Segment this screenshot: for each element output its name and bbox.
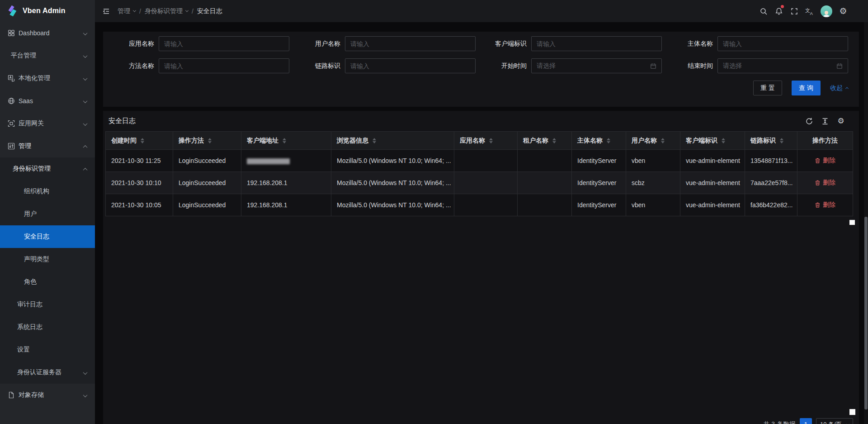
method-name-input[interactable] (159, 58, 289, 73)
security-log-card: 安全日志 ⚙ 创建时间 (103, 111, 859, 424)
client-id-input[interactable] (531, 36, 662, 51)
calendar-icon (836, 63, 843, 69)
settings-gear-icon[interactable]: ⚙ (835, 0, 851, 22)
sort-icon[interactable] (722, 138, 725, 143)
page-size-select[interactable]: 10 条/页 (816, 418, 853, 424)
delete-button[interactable]: 删除 (815, 201, 835, 209)
sidebar-item-platform-management[interactable]: 平台管理 (0, 44, 95, 67)
trash-icon (815, 180, 821, 186)
svg-text:A: A (810, 11, 813, 15)
field-subject-name: 主体名称 (662, 36, 848, 51)
col-subject-name[interactable]: 主体名称 (572, 132, 626, 150)
delete-button[interactable]: 删除 (815, 179, 835, 187)
app-name-input[interactable] (159, 36, 289, 51)
sidebar-item-security-log[interactable]: 安全日志 (0, 225, 95, 248)
calendar-icon (650, 63, 656, 69)
main-content: 应用名称 用户名称 客户端标识 主体名称 方法名称 链路标识 (95, 22, 868, 424)
sort-icon[interactable] (208, 138, 212, 143)
sidebar-item-audit-log[interactable]: 审计日志 (0, 293, 95, 316)
sidebar-item-organization[interactable]: 组织机构 (0, 180, 95, 203)
sidebar-item-identity-server[interactable]: 身份认证服务器 (0, 361, 95, 384)
sidebar-item-roles[interactable]: 角色 (0, 271, 95, 293)
dashboard-grid-icon (8, 29, 15, 37)
locale-translate-icon[interactable]: 文A (802, 0, 817, 22)
col-method[interactable]: 操作方法 (173, 132, 241, 150)
search-icon[interactable] (756, 0, 771, 22)
breadcrumb-item-management[interactable]: 管理 (118, 7, 136, 15)
col-browser[interactable]: 浏览器信息 (331, 132, 454, 150)
table-header-row: 创建时间 操作方法 客户端地址 浏览器信息 应用名称 租户名称 主体名称 用户名… (106, 132, 853, 150)
pagination-page-1[interactable]: 1 (800, 418, 812, 424)
row-height-icon[interactable] (821, 117, 830, 126)
filter-buttons: 重 置 查 询 收起 (103, 81, 848, 95)
col-app-name[interactable]: 应用名称 (454, 132, 518, 150)
sort-icon[interactable] (552, 138, 556, 143)
sort-icon[interactable] (141, 138, 144, 143)
sidebar-item-localization[interactable]: 本地化管理 (0, 67, 95, 90)
sort-icon[interactable] (283, 138, 286, 143)
sidebar-item-app-gateway[interactable]: 应用网关 (0, 112, 95, 135)
col-tenant-name[interactable]: 租户名称 (518, 132, 572, 150)
collapse-link[interactable]: 收起 (830, 84, 848, 92)
col-client-ip[interactable]: 客户端地址 (241, 132, 331, 150)
chevron-down-icon (84, 29, 87, 37)
sidebar-item-management[interactable]: 管理 (0, 135, 95, 157)
security-log-table: 创建时间 操作方法 客户端地址 浏览器信息 应用名称 租户名称 主体名称 用户名… (105, 131, 853, 216)
sidebar-item-settings[interactable]: 设置 (0, 338, 95, 361)
window-scrollbar[interactable] (864, 22, 868, 424)
table-horizontal-scrollbar-thumb[interactable] (849, 409, 855, 415)
col-user-name[interactable]: 用户名称 (626, 132, 680, 150)
notification-bell-icon[interactable] (771, 0, 787, 22)
field-end-time: 结束时间 请选择 (662, 58, 848, 73)
col-client-id[interactable]: 客户端标识 (680, 132, 745, 150)
table-vertical-scrollbar-thumb[interactable] (849, 220, 855, 225)
sort-icon[interactable] (780, 138, 783, 143)
window-scrollbar-thumb[interactable] (864, 217, 868, 410)
sidebar-item-dashboard[interactable]: Dashboard (0, 22, 95, 44)
field-label: 开始时间 (476, 62, 531, 70)
manage-sliders-icon (8, 143, 15, 150)
logo[interactable]: Vben Admin (0, 0, 95, 22)
field-client-id: 客户端标识 (476, 36, 662, 51)
chevron-down-icon (84, 75, 87, 82)
sidebar-item-system-log[interactable]: 系统日志 (0, 316, 95, 338)
field-start-time: 开始时间 请选择 (476, 58, 662, 73)
sidebar: Vben Admin Dashboard 平台管理 本地化管理 Saas (0, 0, 95, 424)
reset-button[interactable]: 重 置 (753, 81, 782, 95)
end-time-picker[interactable]: 请选择 (717, 58, 848, 73)
sidebar-item-identity-management[interactable]: 身份标识管理 (0, 157, 95, 180)
delete-button[interactable]: 删除 (815, 157, 835, 165)
sort-icon[interactable] (373, 138, 376, 143)
subject-name-input[interactable] (717, 36, 848, 51)
col-trace-id[interactable]: 链路标识 (745, 132, 797, 150)
table-toolbar: ⚙ (805, 117, 845, 126)
field-user-name: 用户名称 (289, 36, 476, 51)
breadcrumb-separator: / (139, 8, 141, 15)
table-settings-gear-icon[interactable]: ⚙ (836, 117, 845, 126)
trace-id-input[interactable] (345, 58, 476, 73)
user-name-input[interactable] (345, 36, 476, 51)
table-row: 2021-10-30 11:25 LoginSucceeded Mozilla/… (106, 150, 853, 172)
sidebar-item-claim-types[interactable]: 声明类型 (0, 248, 95, 271)
sidebar-item-saas[interactable]: Saas (0, 90, 95, 112)
chevron-down-icon (84, 97, 87, 105)
col-created-time[interactable]: 创建时间 (106, 132, 173, 150)
start-time-picker[interactable]: 请选择 (531, 58, 662, 73)
avatar-image (821, 5, 832, 17)
sort-icon[interactable] (607, 138, 610, 143)
sidebar-item-object-storage[interactable]: 对象存储 (0, 384, 95, 406)
field-label: 方法名称 (103, 62, 159, 70)
menu-fold-icon[interactable] (100, 5, 112, 17)
refresh-icon[interactable] (805, 117, 814, 126)
sort-icon[interactable] (489, 138, 493, 143)
sidebar-item-users[interactable]: 用户 (0, 203, 95, 225)
sort-icon[interactable] (661, 138, 665, 143)
user-avatar[interactable] (817, 0, 835, 22)
chevron-down-icon (84, 52, 87, 59)
breadcrumb-item-identity-management[interactable]: 身份标识管理 (145, 7, 188, 15)
pagination-total: 共 3 条数据 (763, 420, 796, 424)
redacted-ip (247, 158, 290, 164)
chevron-down-icon (84, 369, 87, 376)
search-button[interactable]: 查 询 (792, 81, 821, 95)
fullscreen-icon[interactable] (787, 0, 802, 22)
